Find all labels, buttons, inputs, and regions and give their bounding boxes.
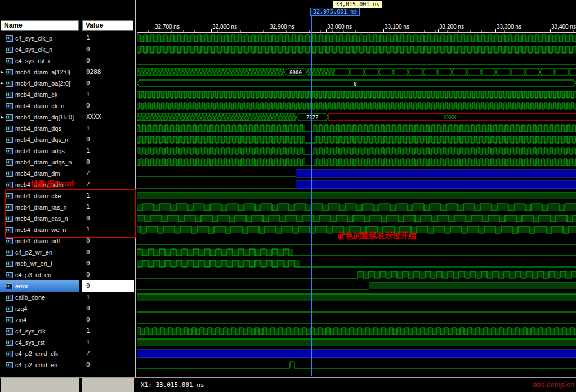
signal-name: mcb4_dram_udqs — [15, 148, 65, 154]
waveform-row[interactable] — [137, 292, 576, 303]
signal-row[interactable]: mcb4_dram_udqs_n — [0, 157, 79, 168]
signal-value[interactable]: 1 — [82, 33, 134, 44]
waveform-row[interactable]: 0000 — [137, 66, 576, 78]
signal-value[interactable]: 0 — [82, 303, 134, 314]
expand-arrow-icon[interactable]: ▶ — [1, 78, 6, 89]
svg-text:0000: 0000 — [289, 70, 302, 75]
waveform-row[interactable] — [137, 269, 576, 280]
signal-wave-icon — [6, 317, 13, 323]
time-ruler[interactable]: 32,700 ns32,800 ns32,900 ns33,000 ns33,1… — [137, 23, 576, 33]
waveform-row[interactable] — [137, 247, 576, 258]
primary-cursor-time-label[interactable]: 33,015.001 ns — [333, 1, 382, 8]
signal-row[interactable]: mcb4_dram_udqs — [0, 145, 79, 157]
time-tick-mark — [269, 29, 269, 32]
signal-value[interactable]: 0 — [82, 359, 134, 371]
waveform-row[interactable] — [137, 168, 576, 179]
signal-value[interactable]: 0 — [82, 44, 134, 55]
signal-value[interactable]: 0 — [82, 314, 134, 326]
signal-value[interactable]: 1 — [82, 123, 134, 134]
signal-row[interactable]: ▶mcb4_dram_dq[15:0] — [0, 112, 79, 123]
signal-value[interactable]: 0 — [82, 100, 134, 112]
signal-wave-icon — [6, 137, 13, 143]
waveform-row[interactable] — [137, 100, 576, 112]
signal-row[interactable]: ▶mcb4_dram_ba[2:0] — [0, 78, 79, 89]
signal-row[interactable]: c4_sys_rst — [0, 337, 79, 348]
signal-row[interactable]: mcb4_dram_ck — [0, 89, 79, 100]
time-tick-label: 33,300 ns — [497, 24, 521, 30]
waveform-row[interactable]: ZZZZXXXX — [137, 112, 576, 123]
signal-name: mcb4_dram_dqs — [15, 125, 61, 132]
signal-value[interactable]: 1 — [82, 326, 134, 337]
waveform-panel[interactable]: 33,015.001 ns 32,975.001 ns 32,700 ns32,… — [137, 0, 576, 377]
signal-name: c4_p2_cmd_en — [15, 362, 57, 368]
signal-value[interactable]: 0288 — [82, 66, 134, 78]
signal-row[interactable]: c4_p2_cmd_clk — [0, 348, 79, 359]
waveform-row[interactable] — [137, 202, 576, 213]
signal-row[interactable]: ▶mcb4_dram_a[12:0] — [0, 66, 79, 78]
signal-row[interactable]: calib_done — [0, 292, 79, 303]
waveform-row[interactable]: 0 — [137, 78, 576, 89]
signal-row[interactable]: mcb4_dram_dqs_n — [0, 134, 79, 145]
signal-value[interactable]: 0 — [82, 280, 134, 292]
time-tick-label: 32,800 ns — [212, 24, 237, 30]
waveform-row[interactable] — [137, 303, 576, 314]
signal-row[interactable]: c4_p3_rd_en — [0, 269, 79, 280]
secondary-cursor-time-label[interactable]: 32,975.001 ns — [310, 8, 360, 16]
waveform-row[interactable] — [137, 89, 576, 100]
waveform-row[interactable] — [137, 44, 576, 55]
signal-name: calib_done — [15, 294, 45, 301]
name-panel-footer — [1, 378, 79, 392]
value-column-header[interactable]: Value — [82, 20, 133, 31]
signal-row[interactable]: mcb_wr_en_i — [0, 258, 79, 269]
waveform-row[interactable] — [137, 190, 576, 202]
signal-value[interactable]: Z — [82, 168, 134, 179]
signal-row[interactable]: c4_sys_clk_n — [0, 44, 79, 55]
waveform-row[interactable] — [137, 258, 576, 269]
signal-value[interactable]: 0 — [82, 269, 134, 280]
waveform-row[interactable] — [137, 326, 576, 337]
signal-value[interactable]: XXXX — [82, 112, 134, 123]
signal-value[interactable]: 0 — [82, 55, 134, 66]
signal-row[interactable]: c4_p2_cmd_en — [0, 359, 79, 371]
waveform-row[interactable] — [137, 348, 576, 359]
signal-row[interactable]: zio4 — [0, 314, 79, 326]
signal-value[interactable]: 0 — [82, 258, 134, 269]
waveform-row[interactable] — [137, 314, 576, 326]
signal-value[interactable]: Z — [82, 348, 134, 359]
signal-row[interactable]: rzq4 — [0, 303, 79, 314]
time-tick-label: 32,900 ns — [270, 24, 294, 30]
signal-value[interactable]: 0 — [82, 157, 134, 168]
waveform-row[interactable] — [137, 33, 576, 44]
signal-row[interactable]: mcb4_dram_dm — [0, 168, 79, 179]
waveform-row[interactable] — [137, 123, 576, 134]
signal-value[interactable]: 1 — [82, 292, 134, 303]
waveform-row[interactable] — [137, 145, 576, 157]
name-column-header[interactable]: Name — [1, 20, 79, 31]
signal-value[interactable]: 0 — [82, 134, 134, 145]
waveform-row[interactable] — [137, 337, 576, 348]
signal-row[interactable]: error — [0, 280, 79, 292]
signal-row[interactable]: c4_sys_clk — [0, 326, 79, 337]
signal-row[interactable]: c4_sys_clk_p — [0, 33, 79, 44]
waveform-row[interactable] — [137, 55, 576, 66]
signal-row[interactable]: c4_p2_wr_en — [0, 247, 79, 258]
signal-row[interactable]: mcb4_dram_dqs — [0, 123, 79, 134]
signal-value[interactable]: 1 — [82, 337, 134, 348]
expand-arrow-icon[interactable]: ▶ — [1, 66, 6, 78]
signal-value[interactable]: 0 — [82, 247, 134, 258]
time-tick-mark — [438, 29, 439, 32]
signal-value[interactable]: 1 — [82, 145, 134, 157]
waveform-row[interactable] — [137, 213, 576, 224]
secondary-cursor-line[interactable] — [311, 15, 312, 376]
primary-cursor-line[interactable] — [334, 8, 334, 376]
signal-value[interactable]: 0 — [82, 78, 134, 89]
waveform-row[interactable] — [137, 359, 576, 371]
expand-arrow-icon[interactable]: ▶ — [1, 112, 6, 123]
signal-row[interactable]: c4_sys_rst_i — [0, 55, 79, 66]
waveform-row[interactable] — [137, 134, 576, 145]
waveform-row[interactable] — [137, 280, 576, 292]
waveform-row[interactable] — [137, 157, 576, 168]
signal-value[interactable]: 1 — [82, 89, 134, 100]
waveform-row[interactable] — [137, 179, 576, 190]
signal-row[interactable]: mcb4_dram_ck_n — [0, 100, 79, 112]
